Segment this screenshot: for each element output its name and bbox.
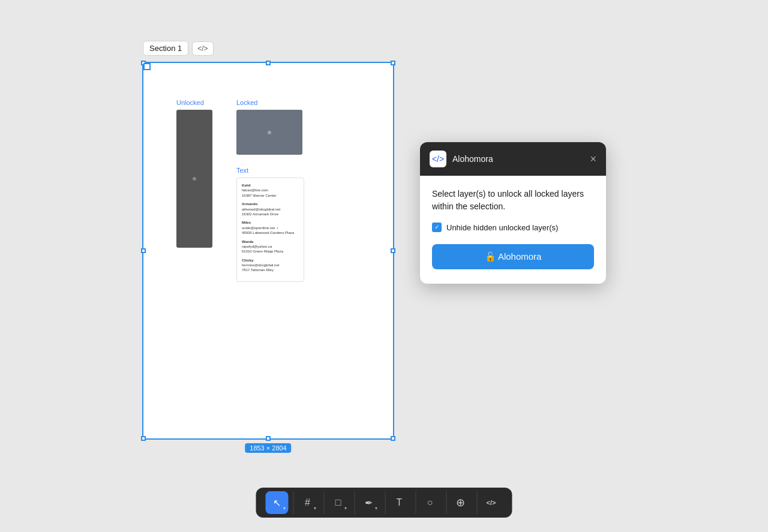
- dialog-body: Select layer(s) to unlock all locked lay…: [420, 176, 606, 284]
- locked-section: Locked Text Kahil falcao@live.com 16387 …: [236, 99, 304, 270]
- toolbar: ↖ ▾ # ▾ □ ▾ ✒ ▾ T ○ ⊕: [256, 488, 512, 518]
- unlocked-section: Unlocked: [176, 99, 212, 248]
- list-item: Miles unide@optonline.net • 49926 Lakewo…: [242, 220, 299, 235]
- locked-dot: [268, 131, 271, 134]
- handle-top-left[interactable]: [141, 61, 146, 65]
- ellipse-icon: ○: [427, 497, 433, 508]
- alohomora-button[interactable]: 🔓 Alohomora: [432, 244, 594, 269]
- section-tab[interactable]: Section 1: [143, 41, 188, 56]
- text-section: Text Kahil falcao@live.com 16387 Warner …: [236, 167, 304, 282]
- list-item: Kahil falcao@live.com 16387 Warner Cente…: [242, 183, 299, 198]
- unlocked-dot: [193, 177, 196, 181]
- text-card: Kahil falcao@live.com 16387 Warner Cente…: [236, 178, 304, 282]
- chevron-icon: ▾: [375, 506, 377, 511]
- tool-group-frame: # ▾: [293, 491, 322, 514]
- tool-group-text: T: [385, 491, 413, 514]
- component-tool[interactable]: ⊕: [449, 491, 472, 514]
- canvas-frame: Unlocked Locked Text Kahil falcao@live.c…: [142, 62, 394, 440]
- section-label-area: Section 1 </>: [143, 41, 214, 56]
- handle-mid-right[interactable]: [391, 248, 395, 253]
- check-icon: ✓: [434, 224, 439, 230]
- locked-label: Locked: [236, 99, 304, 106]
- plugin-icon: </>: [430, 151, 446, 167]
- code-icon: </>: [197, 44, 208, 53]
- dialog-header-left: </> Alohomora: [430, 151, 493, 167]
- pen-tool[interactable]: ✒ ▾: [358, 491, 380, 514]
- unlocked-label: Unlocked: [176, 99, 212, 106]
- text-icon: T: [397, 497, 403, 508]
- unlocked-block: [176, 110, 212, 248]
- checkbox-label: Unhide hidden unlocked layer(s): [446, 223, 558, 232]
- tool-group-pen: ✒ ▾: [355, 491, 383, 514]
- list-item: Chicky hermiss@sbcglobal.net 7817 Talism…: [242, 258, 299, 273]
- chevron-icon: ▾: [344, 506, 347, 511]
- handle-bottom-mid[interactable]: [266, 436, 271, 441]
- dialog-description: Select layer(s) to unlock all locked lay…: [432, 188, 594, 213]
- plugin-dialog: </> Alohomora × Select layer(s) to unloc…: [420, 142, 606, 284]
- handle-bottom-left[interactable]: [141, 436, 146, 441]
- list-item: Wanda rapefyd@yahoo.ca 61010 Green Ridge…: [242, 239, 299, 254]
- tool-group-shape: □ ▾: [324, 491, 352, 514]
- code-tool[interactable]: </>: [480, 491, 503, 514]
- handle-bottom-right[interactable]: [391, 436, 395, 441]
- frame-tool[interactable]: # ▾: [296, 491, 319, 514]
- tool-group-component: ⊕: [446, 491, 475, 514]
- chevron-icon: ▾: [283, 506, 286, 511]
- code-tab[interactable]: </>: [192, 41, 213, 56]
- dialog-header: </> Alohomora ×: [420, 142, 606, 176]
- shape-icon: □: [335, 497, 341, 508]
- size-indicator: 1853 × 2804: [245, 443, 291, 453]
- locked-block: [236, 110, 302, 155]
- checkbox[interactable]: ✓: [432, 223, 442, 232]
- list-item: Armando athwood@sbcglobal.net 16302 Anna…: [242, 202, 299, 217]
- handle-top-right[interactable]: [391, 61, 395, 65]
- shape-tool[interactable]: □ ▾: [327, 491, 350, 514]
- code-icon: </>: [487, 499, 496, 506]
- close-button[interactable]: ×: [590, 154, 596, 164]
- text-label: Text: [236, 167, 304, 174]
- handle-mid-left[interactable]: [141, 248, 146, 253]
- dialog-title: Alohomora: [452, 154, 493, 164]
- chevron-icon: ▾: [314, 506, 316, 511]
- select-tool[interactable]: ↖ ▾: [266, 491, 289, 514]
- tool-group-code: </>: [477, 491, 505, 514]
- tool-group-select: ↖ ▾: [263, 491, 291, 514]
- component-icon: ⊕: [456, 496, 465, 509]
- ellipse-tool[interactable]: ○: [419, 491, 442, 514]
- checkbox-row: ✓ Unhide hidden unlocked layer(s): [432, 223, 594, 232]
- frame-icon: #: [305, 497, 310, 508]
- text-tool[interactable]: T: [388, 491, 411, 514]
- tool-group-ellipse: ○: [416, 491, 444, 514]
- pen-icon: ✒: [365, 497, 373, 509]
- handle-top-mid[interactable]: [266, 61, 271, 65]
- select-icon: ↖: [273, 497, 281, 509]
